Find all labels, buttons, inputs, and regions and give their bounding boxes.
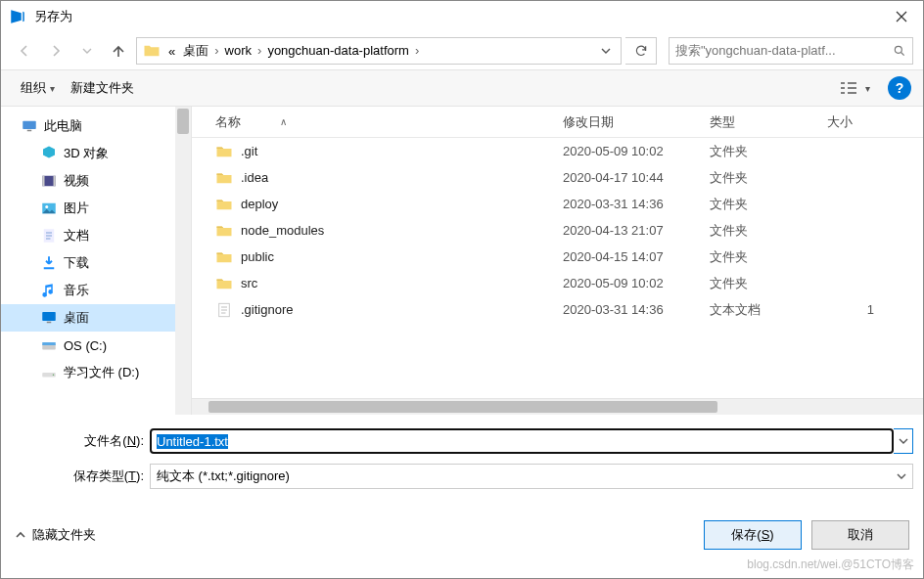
sidebar-item[interactable]: 3D 对象 bbox=[1, 140, 191, 167]
arrow-left-icon bbox=[17, 43, 32, 59]
sidebar-item-label: 学习文件 (D:) bbox=[64, 364, 139, 381]
breadcrumb-item[interactable]: 桌面 bbox=[179, 43, 212, 58]
sidebar-item[interactable]: OS (C:) bbox=[1, 332, 191, 359]
chevron-down-icon bbox=[899, 436, 908, 446]
search-icon bbox=[893, 44, 906, 58]
refresh-button[interactable] bbox=[625, 37, 657, 65]
file-row[interactable]: public2020-04-15 14:07文件夹 bbox=[192, 244, 923, 270]
file-size: 1 bbox=[821, 302, 880, 317]
sidebar-item[interactable]: 学习文件 (D:) bbox=[1, 359, 191, 386]
breadcrumb-item[interactable]: work bbox=[221, 43, 255, 58]
chevron-right-icon: › bbox=[212, 43, 220, 58]
sidebar-scrollbar[interactable] bbox=[175, 107, 191, 415]
file-type: 文件夹 bbox=[704, 248, 821, 266]
file-type: 文件夹 bbox=[704, 275, 821, 292]
sidebar: 此电脑3D 对象视频图片文档下载音乐桌面OS (C:)学习文件 (D:) bbox=[1, 107, 192, 415]
chevron-down-icon bbox=[897, 471, 906, 481]
file-date: 2020-03-31 14:36 bbox=[557, 302, 704, 317]
search-input[interactable]: 搜索"yongchuan-data-platf... bbox=[669, 37, 913, 65]
breadcrumb-dropdown[interactable] bbox=[595, 44, 617, 59]
breadcrumb-item[interactable]: yongchuan-data-platform bbox=[263, 43, 413, 58]
file-name: node_modules bbox=[241, 223, 324, 238]
breadcrumb-prefix[interactable]: « bbox=[164, 44, 179, 59]
filetype-label: 保存类型(T): bbox=[66, 468, 150, 485]
sidebar-item-label: 视频 bbox=[64, 172, 89, 190]
new-folder-button[interactable]: 新建文件夹 bbox=[63, 75, 142, 101]
sidebar-item[interactable]: 下载 bbox=[1, 249, 191, 277]
svg-rect-4 bbox=[42, 176, 44, 187]
file-date: 2020-04-15 14:07 bbox=[557, 249, 704, 264]
help-button[interactable]: ? bbox=[888, 76, 911, 100]
file-type: 文件夹 bbox=[704, 143, 821, 160]
chevron-up-icon bbox=[15, 529, 26, 541]
file-date: 2020-04-13 21:07 bbox=[557, 223, 704, 238]
search-placeholder: 搜索"yongchuan-data-platf... bbox=[675, 42, 893, 60]
filename-input[interactable] bbox=[150, 428, 894, 454]
file-row[interactable]: node_modules2020-04-13 21:07文件夹 bbox=[192, 217, 923, 244]
nav-forward-button[interactable] bbox=[42, 37, 69, 65]
svg-rect-2 bbox=[27, 130, 32, 132]
view-list-icon bbox=[840, 81, 857, 95]
cancel-button[interactable]: 取消 bbox=[811, 520, 909, 550]
breadcrumb[interactable]: « 桌面›work›yongchuan-data-platform› bbox=[136, 37, 622, 65]
nav-recent-button[interactable] bbox=[73, 37, 101, 65]
folder-icon bbox=[143, 42, 161, 60]
save-button[interactable]: 保存(S) bbox=[704, 520, 802, 550]
column-headers: 名称∧ 修改日期 类型 大小 bbox=[192, 107, 923, 138]
column-name[interactable]: 名称∧ bbox=[209, 113, 557, 131]
sort-icon: ∧ bbox=[280, 116, 287, 127]
file-type: 文件夹 bbox=[704, 169, 821, 187]
close-icon bbox=[896, 11, 907, 22]
sidebar-item[interactable]: 文档 bbox=[1, 222, 191, 249]
file-name: .gitignore bbox=[241, 302, 293, 317]
filename-dropdown[interactable] bbox=[894, 428, 913, 454]
file-date: 2020-05-09 10:02 bbox=[557, 144, 704, 158]
column-type[interactable]: 类型 bbox=[704, 113, 821, 131]
file-row[interactable]: .idea2020-04-17 10:44文件夹 bbox=[192, 164, 923, 191]
view-options-button[interactable]: ▾ bbox=[834, 77, 876, 99]
filetype-select[interactable]: 纯文本 (*.txt;*.gitignore) bbox=[150, 464, 913, 489]
sidebar-item[interactable]: 图片 bbox=[1, 195, 191, 222]
sidebar-item-label: OS (C:) bbox=[64, 338, 107, 353]
svg-rect-1 bbox=[23, 121, 36, 129]
chevron-down-icon bbox=[82, 46, 92, 56]
file-date: 2020-05-09 10:02 bbox=[557, 276, 704, 290]
hide-folders-button[interactable]: 隐藏文件夹 bbox=[15, 526, 96, 544]
file-name: src bbox=[241, 276, 257, 290]
sidebar-item-label: 下载 bbox=[64, 254, 89, 272]
file-name: deploy bbox=[241, 197, 278, 211]
horizontal-scrollbar[interactable] bbox=[192, 398, 923, 415]
sidebar-item-label: 文档 bbox=[64, 227, 89, 245]
sidebar-item[interactable]: 此电脑 bbox=[1, 112, 191, 140]
svg-point-0 bbox=[895, 46, 901, 53]
column-date[interactable]: 修改日期 bbox=[557, 113, 704, 131]
file-row[interactable]: .gitignore2020-03-31 14:36文本文档1 bbox=[192, 296, 923, 323]
filename-label: 文件名(N): bbox=[66, 432, 150, 450]
sidebar-item[interactable]: 桌面 bbox=[1, 304, 191, 332]
nav-back-button[interactable] bbox=[11, 37, 38, 65]
sidebar-item-label: 图片 bbox=[64, 200, 89, 217]
sidebar-item-label: 3D 对象 bbox=[64, 145, 109, 162]
sidebar-item[interactable]: 视频 bbox=[1, 167, 191, 195]
close-button[interactable] bbox=[879, 1, 923, 32]
svg-rect-12 bbox=[42, 342, 56, 345]
file-row[interactable]: deploy2020-03-31 14:36文件夹 bbox=[192, 191, 923, 217]
sidebar-item[interactable]: 音乐 bbox=[1, 277, 191, 304]
svg-rect-10 bbox=[47, 322, 52, 324]
file-date: 2020-04-17 10:44 bbox=[557, 170, 704, 185]
file-date: 2020-03-31 14:36 bbox=[557, 197, 704, 211]
file-row[interactable]: .git2020-05-09 10:02文件夹 bbox=[192, 138, 923, 164]
svg-rect-9 bbox=[42, 312, 56, 321]
svg-rect-5 bbox=[54, 176, 56, 187]
svg-point-7 bbox=[45, 205, 48, 208]
file-name: .idea bbox=[241, 170, 268, 185]
file-type: 文本文档 bbox=[704, 301, 821, 319]
chevron-down-icon bbox=[601, 46, 611, 56]
organize-button[interactable]: 组织▾ bbox=[13, 75, 63, 101]
file-row[interactable]: src2020-05-09 10:02文件夹 bbox=[192, 270, 923, 296]
file-name: .git bbox=[241, 144, 257, 158]
nav-up-button[interactable] bbox=[105, 37, 132, 65]
sidebar-item-label: 此电脑 bbox=[44, 117, 82, 135]
column-size[interactable]: 大小 bbox=[821, 113, 880, 131]
app-icon bbox=[9, 8, 26, 25]
